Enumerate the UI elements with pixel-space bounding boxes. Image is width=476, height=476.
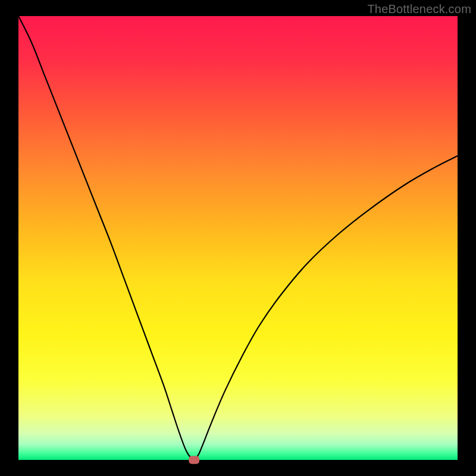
plot-gradient-background <box>18 16 458 460</box>
optimal-point-marker <box>189 456 199 464</box>
stage: TheBottleneck.com <box>0 0 476 476</box>
watermark-text: TheBottleneck.com <box>367 2 471 16</box>
bottleneck-chart <box>0 0 476 476</box>
